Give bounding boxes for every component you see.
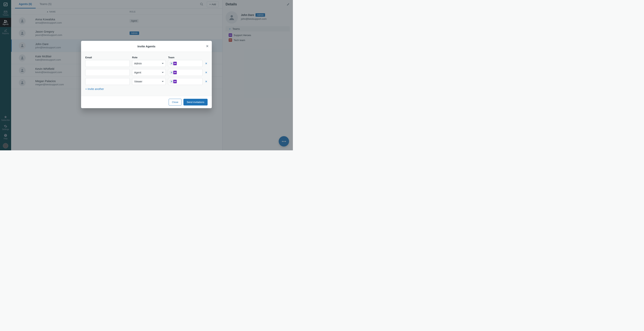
email-input[interactable] [85,69,130,76]
team-select[interactable]: ✕ SH [168,69,202,76]
close-button[interactable]: Close [169,99,182,106]
role-value: Agent [134,71,141,74]
role-select[interactable]: Admin [132,60,166,67]
team-badge: SH [173,80,177,83]
email-input[interactable] [85,78,130,85]
team-badge: SH [173,71,177,74]
team-select[interactable]: ✕ SH [168,60,202,67]
team-chip: ✕ SH [170,70,177,75]
invite-agents-modal: Invite Agents ✕ Email Role Team Admin ✕ … [81,41,212,108]
label-role: Role [132,56,166,59]
chip-remove-icon[interactable]: ✕ [170,62,173,65]
team-badge: SH [173,62,177,65]
team-select[interactable]: ✕ SH [168,78,202,85]
modal-close-button[interactable]: ✕ [206,44,209,48]
label-email: Email [85,56,130,59]
invite-row: Agent ✕ SH ✕ [85,69,208,76]
label-team: Team [168,56,208,59]
role-select[interactable]: Viewer [132,78,166,85]
team-chip: ✕ SH [170,79,177,84]
remove-row-button[interactable]: ✕ [205,71,208,74]
invite-row: Admin ✕ SH ✕ [85,60,208,67]
invite-row: Viewer ✕ SH ✕ [85,78,208,85]
close-icon: ✕ [206,44,209,48]
role-value: Admin [134,62,142,65]
role-value: Viewer [134,80,142,83]
role-select[interactable]: Agent [132,69,166,76]
remove-row-button[interactable]: ✕ [205,80,208,83]
chip-remove-icon[interactable]: ✕ [170,80,173,83]
team-chip: ✕ SH [170,61,177,66]
email-input[interactable] [85,60,130,67]
chip-remove-icon[interactable]: ✕ [170,71,173,74]
invite-another-link[interactable]: + Invite another [85,88,104,91]
remove-row-button[interactable]: ✕ [205,62,208,65]
send-invitations-button[interactable]: Send invitations [184,99,208,106]
modal-title: Invite Agents [138,45,156,48]
